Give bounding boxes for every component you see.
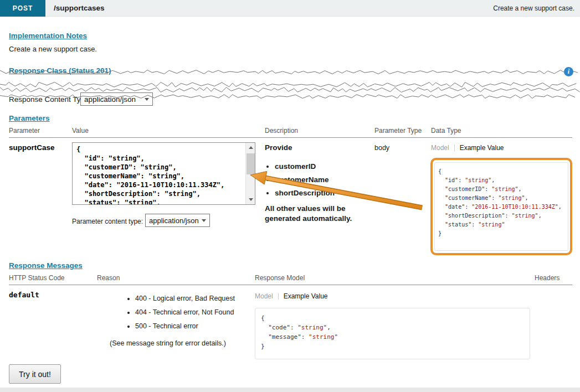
operation-header: POST /supportcases Create a new support … — [0, 0, 580, 17]
col-value: Value — [72, 127, 89, 135]
tab-example-value[interactable]: Example Value — [284, 292, 328, 300]
scrollbar[interactable] — [245, 143, 255, 204]
chevron-down-icon — [145, 98, 149, 101]
response-messages-heading: Response Messages — [9, 261, 83, 270]
endpoint-path[interactable]: /supportcases — [54, 0, 105, 17]
response-model-example-json: { "code": "string", "message": "string" … — [255, 308, 530, 359]
tab-model[interactable]: Model — [255, 292, 273, 300]
parameter-type-value: body — [374, 144, 389, 152]
scroll-up-icon[interactable] — [246, 143, 255, 152]
tab-model[interactable]: Model — [431, 144, 449, 152]
description-bullet: shortDescription — [275, 187, 367, 200]
parameter-name: supportCase — [9, 143, 55, 152]
scrollbar-thumb[interactable] — [247, 153, 255, 174]
description-bullet: customerID — [275, 160, 367, 173]
tab-divider — [454, 145, 455, 151]
response-messages-table-header: HTTP Status Code Reason Response Model H… — [9, 274, 572, 285]
implementation-notes-heading: Implementation Notes — [9, 32, 87, 40]
description-bullets: customerID customerName shortDescription — [265, 160, 367, 200]
example-value-json: { "id": "string", "customerID": "string"… — [434, 162, 568, 251]
data-type-tabs: Model Example Value — [431, 144, 504, 152]
col-description: Description — [265, 127, 298, 135]
col-parameter: Parameter — [9, 127, 40, 135]
parameters-heading: Parameters — [9, 114, 50, 122]
col-parameter-type: Parameter Type — [374, 127, 422, 135]
tab-example-value[interactable]: Example Value — [460, 144, 504, 152]
col-data-type: Data Type — [431, 127, 461, 135]
col-http-status-code: HTTP Status Code — [9, 274, 65, 282]
parameter-value-textarea[interactable]: { "id": "string", "customerID": "string"… — [72, 142, 255, 205]
scroll-down-icon[interactable] — [246, 195, 255, 204]
parameter-content-type-select[interactable]: application/json — [145, 214, 210, 227]
chevron-down-icon — [202, 219, 206, 222]
endpoint-summary: Create a new support case. — [493, 0, 574, 17]
response-content-type-label: Response Content Type — [9, 95, 89, 104]
parameters-table-header: Parameter Value Description Parameter Ty… — [9, 127, 572, 138]
description-note: All other values will be generated autom… — [265, 204, 359, 224]
reason-item: 400 - Logical error, Bad Request — [135, 292, 235, 306]
footer-bar — [0, 388, 580, 392]
col-response-model: Response Model — [255, 274, 305, 282]
implementation-notes-text: Create a new support case. — [9, 45, 97, 53]
tab-divider — [278, 293, 279, 300]
select-value: application/json — [149, 216, 199, 225]
reason-list: 400 - Logical error, Bad Request 404 - T… — [129, 292, 235, 333]
response-class-heading: Response Class (Status 201) — [9, 66, 111, 75]
reason-item: 500 - Technical error — [135, 319, 235, 333]
method-badge[interactable]: POST — [0, 0, 45, 17]
description-bullet: customerName — [275, 173, 367, 187]
reason-note: (See message string for error details.) — [110, 339, 226, 347]
parameter-value-json: { "id": "string", "customerID": "string"… — [76, 145, 244, 204]
parameter-content-type-label: Parameter content type: — [72, 218, 143, 225]
swagger-operation-page: POST /supportcases Create a new support … — [0, 0, 580, 392]
status-code-value: default — [9, 291, 39, 299]
col-headers: Headers — [535, 274, 560, 282]
reason-item: 404 - Technical error, Not Found — [135, 306, 235, 319]
description-intro: Provide — [265, 143, 367, 152]
torn-edge — [0, 81, 580, 89]
response-content-type-select[interactable]: application/json — [80, 92, 153, 106]
col-reason: Reason — [97, 274, 120, 282]
try-it-out-button[interactable]: Try it out! — [9, 364, 61, 384]
response-model-tabs: Model Example Value — [255, 292, 328, 300]
info-icon[interactable]: i — [564, 67, 573, 76]
select-value: application/json — [84, 95, 136, 104]
